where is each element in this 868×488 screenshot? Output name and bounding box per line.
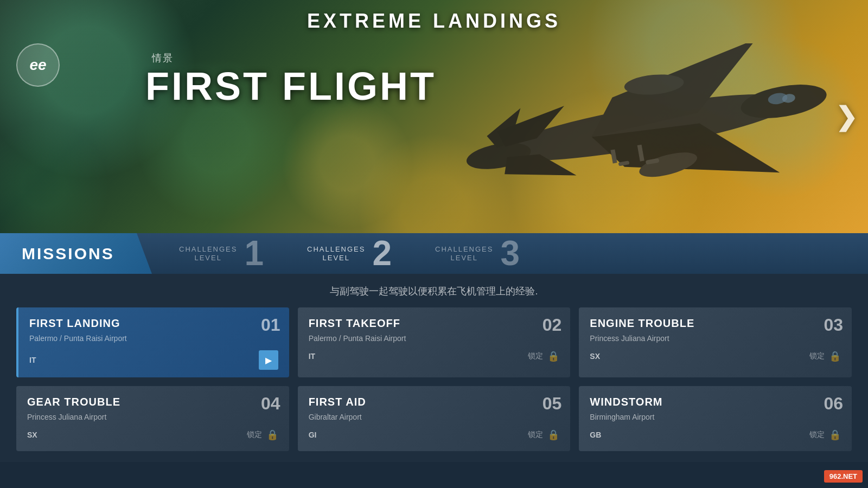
mission-number-2: 02 bbox=[542, 315, 562, 335]
lock-icon-2: 🔒 bbox=[547, 350, 559, 362]
missions-grid: 01 FIRST LANDING Palermo / Punta Raisi A… bbox=[16, 307, 852, 451]
challenge-tab-3[interactable]: CHALLENGESLEVEL 3 bbox=[408, 233, 536, 274]
mission-card-3[interactable]: 03 ENGINE TROUBLE Princess Juliana Airpo… bbox=[579, 307, 852, 377]
mission-title-1: FIRST LANDING bbox=[29, 317, 278, 330]
lock-icon-5: 🔒 bbox=[547, 429, 559, 441]
mission-location-5: Gibraltar Airport bbox=[309, 413, 560, 421]
lock-text-3: 锁定 bbox=[809, 351, 825, 361]
mission-country-1: IT bbox=[29, 356, 36, 364]
mission-footer-1: IT ▶ bbox=[29, 350, 278, 370]
mission-footer-2: IT 锁定 🔒 bbox=[309, 350, 560, 362]
mission-footer-5: GI 锁定 🔒 bbox=[309, 429, 560, 441]
challenge-tab-1[interactable]: CHALLENGESLEVEL 1 bbox=[152, 233, 280, 274]
mission-play-button-1[interactable]: ▶ bbox=[259, 350, 278, 370]
hero-section: EXTREME LANDINGS ee 情景 FIRST FLIGHT bbox=[0, 0, 868, 233]
missions-label: MISSIONS bbox=[22, 245, 114, 263]
mission-location-3: Princess Juliana Airport bbox=[590, 334, 841, 343]
lock-text-6: 锁定 bbox=[809, 430, 825, 440]
challenge-3-number: 3 bbox=[500, 238, 520, 269]
mission-card-2[interactable]: 02 FIRST TAKEOFF Palermo / Punta Raisi A… bbox=[298, 307, 571, 377]
mission-title-6: WINDSTORM bbox=[590, 396, 841, 408]
lock-text-4: 锁定 bbox=[247, 430, 262, 440]
mission-footer-4: SX 锁定 🔒 bbox=[27, 429, 278, 441]
missions-tab[interactable]: MISSIONS bbox=[0, 233, 152, 274]
mission-card-6[interactable]: 06 WINDSTORM Birmingham Airport GB 锁定 🔒 bbox=[579, 386, 852, 451]
mission-title-5: FIRST AID bbox=[309, 396, 560, 408]
mission-country-2: IT bbox=[309, 352, 315, 361]
mission-number-5: 05 bbox=[542, 394, 562, 414]
mission-country-5: GI bbox=[309, 431, 317, 439]
mission-country-4: SX bbox=[27, 431, 37, 439]
mission-card-1[interactable]: 01 FIRST LANDING Palermo / Punta Raisi A… bbox=[16, 307, 289, 377]
tab-bar: MISSIONS CHALLENGESLEVEL 1 CHALLENGESLEV… bbox=[0, 233, 868, 274]
challenge-3-label: CHALLENGESLEVEL bbox=[435, 245, 493, 262]
challenge-1-label: CHALLENGESLEVEL bbox=[179, 245, 237, 262]
mission-location-1: Palermo / Punta Raisi Airport bbox=[29, 334, 278, 343]
mission-location-6: Birmingham Airport bbox=[590, 413, 841, 421]
airplane-image bbox=[401, 43, 868, 217]
next-arrow[interactable]: ❯ bbox=[835, 101, 857, 132]
lock-text-5: 锁定 bbox=[528, 430, 543, 440]
mission-title-2: FIRST TAKEOFF bbox=[309, 317, 560, 330]
mission-title-3: ENGINE TROUBLE bbox=[590, 317, 841, 330]
scenario-label: 情景 bbox=[152, 52, 174, 65]
mission-card-5[interactable]: 05 FIRST AID Gibraltar Airport GI 锁定 🔒 bbox=[298, 386, 571, 451]
mission-lock-6: 锁定 🔒 bbox=[809, 429, 841, 441]
mission-location-4: Princess Juliana Airport bbox=[27, 413, 278, 421]
mission-location-2: Palermo / Punta Raisi Airport bbox=[309, 334, 560, 343]
challenge-2-label: CHALLENGESLEVEL bbox=[307, 245, 365, 262]
mission-lock-5: 锁定 🔒 bbox=[528, 429, 559, 441]
mission-number-6: 06 bbox=[824, 394, 843, 414]
mission-footer-6: GB 锁定 🔒 bbox=[590, 429, 841, 441]
lock-icon-6: 🔒 bbox=[829, 429, 841, 441]
mission-lock-2: 锁定 🔒 bbox=[528, 350, 559, 362]
app-title: EXTREME LANDINGS bbox=[0, 10, 868, 33]
mission-card-4[interactable]: 04 GEAR TROUBLE Princess Juliana Airport… bbox=[16, 386, 289, 451]
logo: ee bbox=[16, 43, 60, 87]
mission-title-4: GEAR TROUBLE bbox=[27, 396, 278, 408]
lock-icon-3: 🔒 bbox=[829, 350, 841, 362]
scenario-title: FIRST FLIGHT bbox=[145, 64, 436, 108]
lock-icon-4: 🔒 bbox=[266, 429, 278, 441]
challenge-tab-2[interactable]: CHALLENGESLEVEL 2 bbox=[280, 233, 408, 274]
mission-number-3: 03 bbox=[824, 315, 843, 335]
challenge-2-number: 2 bbox=[372, 238, 392, 269]
mission-country-3: SX bbox=[590, 352, 600, 361]
description-text: 与副驾驶一起驾驶以便积累在飞机管理上的经验. bbox=[16, 285, 852, 298]
content-area: 与副驾驶一起驾驶以便积累在飞机管理上的经验. 01 FIRST LANDING … bbox=[0, 274, 868, 462]
mission-number-4: 04 bbox=[261, 394, 280, 414]
mission-lock-3: 锁定 🔒 bbox=[809, 350, 841, 362]
watermark: 962.NET bbox=[824, 470, 863, 483]
challenge-1-number: 1 bbox=[244, 238, 264, 269]
lock-text-2: 锁定 bbox=[528, 351, 543, 361]
mission-country-6: GB bbox=[590, 431, 601, 439]
mission-lock-4: 锁定 🔒 bbox=[247, 429, 278, 441]
mission-footer-3: SX 锁定 🔒 bbox=[590, 350, 841, 362]
mission-number-1: 01 bbox=[261, 315, 280, 335]
